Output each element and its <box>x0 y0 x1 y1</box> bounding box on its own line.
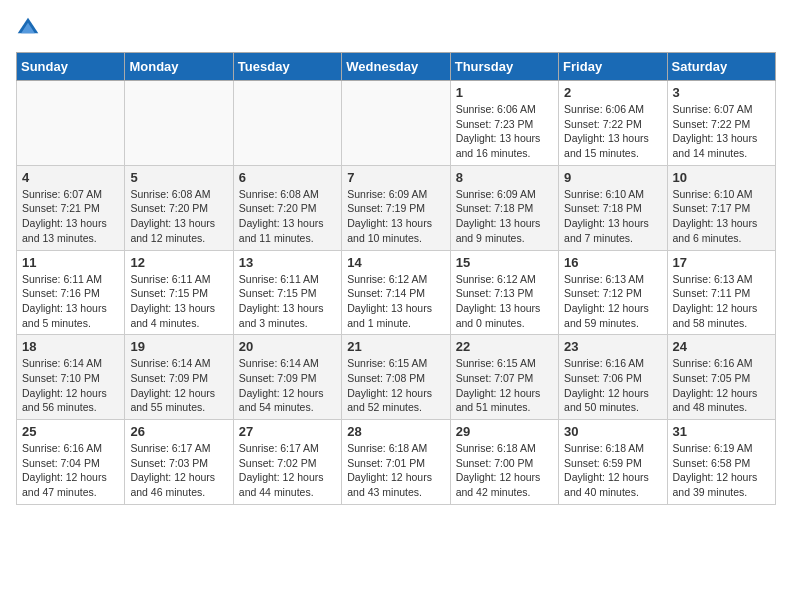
day-number: 28 <box>347 424 444 439</box>
calendar-cell <box>342 81 450 166</box>
calendar-cell <box>17 81 125 166</box>
day-info: Sunrise: 6:19 AM Sunset: 6:58 PM Dayligh… <box>673 441 770 500</box>
day-info: Sunrise: 6:14 AM Sunset: 7:09 PM Dayligh… <box>239 356 336 415</box>
calendar-cell: 18Sunrise: 6:14 AM Sunset: 7:10 PM Dayli… <box>17 335 125 420</box>
calendar-cell: 3Sunrise: 6:07 AM Sunset: 7:22 PM Daylig… <box>667 81 775 166</box>
day-info: Sunrise: 6:16 AM Sunset: 7:06 PM Dayligh… <box>564 356 661 415</box>
logo-icon <box>16 16 40 40</box>
day-info: Sunrise: 6:08 AM Sunset: 7:20 PM Dayligh… <box>130 187 227 246</box>
day-number: 6 <box>239 170 336 185</box>
calendar-body: 1Sunrise: 6:06 AM Sunset: 7:23 PM Daylig… <box>17 81 776 505</box>
calendar-cell: 24Sunrise: 6:16 AM Sunset: 7:05 PM Dayli… <box>667 335 775 420</box>
day-info: Sunrise: 6:11 AM Sunset: 7:15 PM Dayligh… <box>239 272 336 331</box>
day-info: Sunrise: 6:10 AM Sunset: 7:18 PM Dayligh… <box>564 187 661 246</box>
day-number: 22 <box>456 339 553 354</box>
day-info: Sunrise: 6:11 AM Sunset: 7:16 PM Dayligh… <box>22 272 119 331</box>
calendar-cell: 6Sunrise: 6:08 AM Sunset: 7:20 PM Daylig… <box>233 165 341 250</box>
calendar-cell: 30Sunrise: 6:18 AM Sunset: 6:59 PM Dayli… <box>559 420 667 505</box>
day-number: 2 <box>564 85 661 100</box>
day-info: Sunrise: 6:18 AM Sunset: 6:59 PM Dayligh… <box>564 441 661 500</box>
calendar-cell: 31Sunrise: 6:19 AM Sunset: 6:58 PM Dayli… <box>667 420 775 505</box>
day-number: 21 <box>347 339 444 354</box>
day-number: 16 <box>564 255 661 270</box>
day-number: 19 <box>130 339 227 354</box>
calendar-cell: 28Sunrise: 6:18 AM Sunset: 7:01 PM Dayli… <box>342 420 450 505</box>
day-number: 18 <box>22 339 119 354</box>
day-number: 12 <box>130 255 227 270</box>
calendar-cell: 9Sunrise: 6:10 AM Sunset: 7:18 PM Daylig… <box>559 165 667 250</box>
day-number: 4 <box>22 170 119 185</box>
calendar-cell: 16Sunrise: 6:13 AM Sunset: 7:12 PM Dayli… <box>559 250 667 335</box>
day-number: 10 <box>673 170 770 185</box>
day-number: 30 <box>564 424 661 439</box>
page-header <box>16 16 776 40</box>
calendar-cell: 27Sunrise: 6:17 AM Sunset: 7:02 PM Dayli… <box>233 420 341 505</box>
calendar-cell: 7Sunrise: 6:09 AM Sunset: 7:19 PM Daylig… <box>342 165 450 250</box>
calendar-cell: 11Sunrise: 6:11 AM Sunset: 7:16 PM Dayli… <box>17 250 125 335</box>
calendar-cell: 5Sunrise: 6:08 AM Sunset: 7:20 PM Daylig… <box>125 165 233 250</box>
day-info: Sunrise: 6:15 AM Sunset: 7:08 PM Dayligh… <box>347 356 444 415</box>
day-info: Sunrise: 6:18 AM Sunset: 7:01 PM Dayligh… <box>347 441 444 500</box>
header-thursday: Thursday <box>450 53 558 81</box>
day-info: Sunrise: 6:13 AM Sunset: 7:12 PM Dayligh… <box>564 272 661 331</box>
week-row-4: 18Sunrise: 6:14 AM Sunset: 7:10 PM Dayli… <box>17 335 776 420</box>
calendar-table: SundayMondayTuesdayWednesdayThursdayFrid… <box>16 52 776 505</box>
day-info: Sunrise: 6:07 AM Sunset: 7:22 PM Dayligh… <box>673 102 770 161</box>
day-info: Sunrise: 6:17 AM Sunset: 7:02 PM Dayligh… <box>239 441 336 500</box>
calendar-cell: 8Sunrise: 6:09 AM Sunset: 7:18 PM Daylig… <box>450 165 558 250</box>
calendar-cell: 13Sunrise: 6:11 AM Sunset: 7:15 PM Dayli… <box>233 250 341 335</box>
day-info: Sunrise: 6:18 AM Sunset: 7:00 PM Dayligh… <box>456 441 553 500</box>
day-info: Sunrise: 6:12 AM Sunset: 7:13 PM Dayligh… <box>456 272 553 331</box>
week-row-3: 11Sunrise: 6:11 AM Sunset: 7:16 PM Dayli… <box>17 250 776 335</box>
day-info: Sunrise: 6:14 AM Sunset: 7:10 PM Dayligh… <box>22 356 119 415</box>
calendar-cell: 22Sunrise: 6:15 AM Sunset: 7:07 PM Dayli… <box>450 335 558 420</box>
header-tuesday: Tuesday <box>233 53 341 81</box>
calendar-cell: 20Sunrise: 6:14 AM Sunset: 7:09 PM Dayli… <box>233 335 341 420</box>
day-info: Sunrise: 6:17 AM Sunset: 7:03 PM Dayligh… <box>130 441 227 500</box>
day-number: 26 <box>130 424 227 439</box>
day-info: Sunrise: 6:12 AM Sunset: 7:14 PM Dayligh… <box>347 272 444 331</box>
calendar-cell: 29Sunrise: 6:18 AM Sunset: 7:00 PM Dayli… <box>450 420 558 505</box>
day-number: 5 <box>130 170 227 185</box>
day-info: Sunrise: 6:15 AM Sunset: 7:07 PM Dayligh… <box>456 356 553 415</box>
day-info: Sunrise: 6:16 AM Sunset: 7:05 PM Dayligh… <box>673 356 770 415</box>
week-row-5: 25Sunrise: 6:16 AM Sunset: 7:04 PM Dayli… <box>17 420 776 505</box>
day-info: Sunrise: 6:10 AM Sunset: 7:17 PM Dayligh… <box>673 187 770 246</box>
header-sunday: Sunday <box>17 53 125 81</box>
day-number: 3 <box>673 85 770 100</box>
day-info: Sunrise: 6:13 AM Sunset: 7:11 PM Dayligh… <box>673 272 770 331</box>
logo <box>16 16 44 40</box>
day-info: Sunrise: 6:06 AM Sunset: 7:23 PM Dayligh… <box>456 102 553 161</box>
calendar-cell: 15Sunrise: 6:12 AM Sunset: 7:13 PM Dayli… <box>450 250 558 335</box>
calendar-cell: 26Sunrise: 6:17 AM Sunset: 7:03 PM Dayli… <box>125 420 233 505</box>
day-info: Sunrise: 6:16 AM Sunset: 7:04 PM Dayligh… <box>22 441 119 500</box>
day-number: 9 <box>564 170 661 185</box>
day-info: Sunrise: 6:09 AM Sunset: 7:18 PM Dayligh… <box>456 187 553 246</box>
day-number: 31 <box>673 424 770 439</box>
calendar-cell: 4Sunrise: 6:07 AM Sunset: 7:21 PM Daylig… <box>17 165 125 250</box>
day-number: 14 <box>347 255 444 270</box>
day-number: 20 <box>239 339 336 354</box>
day-number: 1 <box>456 85 553 100</box>
day-info: Sunrise: 6:14 AM Sunset: 7:09 PM Dayligh… <box>130 356 227 415</box>
day-number: 27 <box>239 424 336 439</box>
day-number: 11 <box>22 255 119 270</box>
calendar-cell: 21Sunrise: 6:15 AM Sunset: 7:08 PM Dayli… <box>342 335 450 420</box>
week-row-2: 4Sunrise: 6:07 AM Sunset: 7:21 PM Daylig… <box>17 165 776 250</box>
day-info: Sunrise: 6:11 AM Sunset: 7:15 PM Dayligh… <box>130 272 227 331</box>
day-number: 29 <box>456 424 553 439</box>
header-saturday: Saturday <box>667 53 775 81</box>
calendar-cell <box>233 81 341 166</box>
calendar-cell: 12Sunrise: 6:11 AM Sunset: 7:15 PM Dayli… <box>125 250 233 335</box>
day-info: Sunrise: 6:08 AM Sunset: 7:20 PM Dayligh… <box>239 187 336 246</box>
calendar-cell: 25Sunrise: 6:16 AM Sunset: 7:04 PM Dayli… <box>17 420 125 505</box>
day-number: 13 <box>239 255 336 270</box>
header-friday: Friday <box>559 53 667 81</box>
calendar-cell: 2Sunrise: 6:06 AM Sunset: 7:22 PM Daylig… <box>559 81 667 166</box>
header-wednesday: Wednesday <box>342 53 450 81</box>
day-number: 25 <box>22 424 119 439</box>
header-monday: Monday <box>125 53 233 81</box>
day-number: 7 <box>347 170 444 185</box>
day-info: Sunrise: 6:09 AM Sunset: 7:19 PM Dayligh… <box>347 187 444 246</box>
calendar-cell: 10Sunrise: 6:10 AM Sunset: 7:17 PM Dayli… <box>667 165 775 250</box>
